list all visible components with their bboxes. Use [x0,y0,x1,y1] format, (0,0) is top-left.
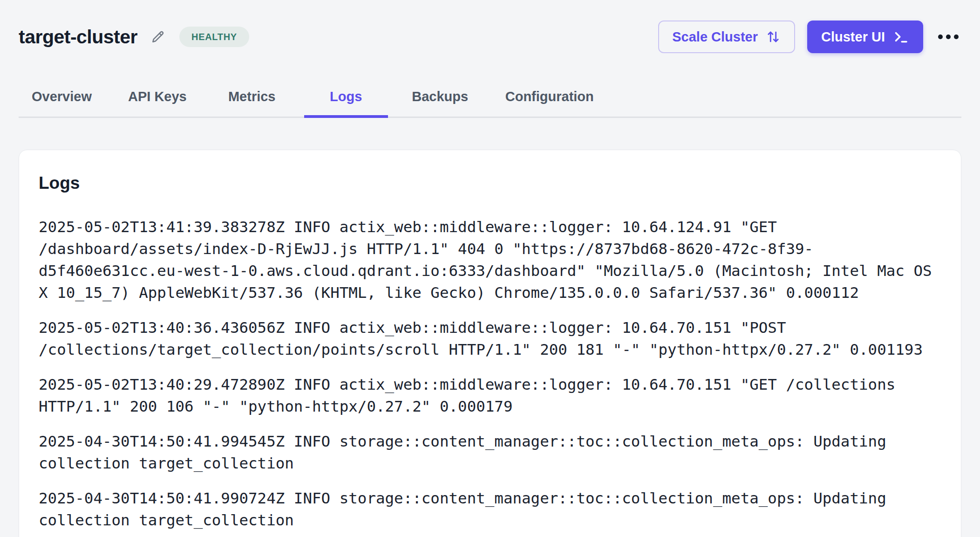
tab-overview[interactable]: Overview [19,76,105,117]
more-options-button[interactable] [935,29,961,45]
log-entry: 2025-04-30T14:50:41.994545Z INFO storage… [39,431,941,475]
edit-cluster-name-button[interactable] [149,28,167,46]
pencil-icon [150,29,165,44]
log-entry: 2025-05-02T13:40:36.436056Z INFO actix_w… [39,317,941,361]
logs-heading: Logs [39,173,941,193]
tab-backups[interactable]: Backups [398,76,482,117]
tab-metrics[interactable]: Metrics [210,76,294,117]
ellipsis-icon [938,34,959,39]
tab-configuration[interactable]: Configuration [492,76,607,117]
terminal-prompt-icon [892,28,909,45]
header-actions: Scale Cluster Cluster UI [658,21,961,53]
log-list: 2025-05-02T13:41:39.383278Z INFO actix_w… [39,216,941,531]
up-down-arrows-icon [765,29,781,45]
log-entry: 2025-05-02T13:41:39.383278Z INFO actix_w… [39,216,941,304]
cluster-tabs: Overview API Keys Metrics Logs Backups C… [19,76,961,118]
log-entry: 2025-04-30T14:50:41.990724Z INFO storage… [39,488,941,531]
tab-logs[interactable]: Logs [304,76,388,117]
cluster-detail-page: target-cluster HEALTHY Scale Cluster Clu… [0,0,980,537]
log-entry: 2025-05-02T13:40:29.472890Z INFO actix_w… [39,374,941,418]
cluster-ui-label: Cluster UI [821,30,885,44]
page-title: target-cluster [19,26,137,48]
tab-api-keys[interactable]: API Keys [115,76,200,117]
cluster-header: target-cluster HEALTHY Scale Cluster Clu… [0,0,980,53]
scale-cluster-label: Scale Cluster [672,30,758,44]
cluster-ui-button[interactable]: Cluster UI [807,21,923,53]
scale-cluster-button[interactable]: Scale Cluster [658,21,795,53]
logs-panel: Logs 2025-05-02T13:41:39.383278Z INFO ac… [19,150,961,537]
status-badge: HEALTHY [179,27,249,47]
